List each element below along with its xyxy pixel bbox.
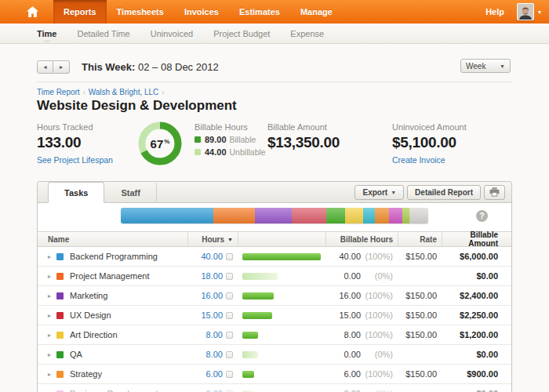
hours-link[interactable]: 40.00 — [201, 252, 223, 261]
timesheet-detail-icon[interactable] — [226, 312, 233, 319]
bar-segment — [375, 208, 389, 223]
panel-actions: Export ▼ Detailed Report — [351, 185, 505, 200]
task-name-label: Marketing — [70, 291, 107, 300]
hours-bar — [242, 371, 254, 378]
main-nav: Reports Timesheets Invoices Estimates Ma… — [53, 0, 343, 24]
subnav-item[interactable]: Uninvoiced — [151, 29, 193, 38]
app-window: Reports Timesheets Invoices Estimates Ma… — [0, 0, 549, 392]
task-table-body: ▸ Backend Programming 40.00 — [38, 247, 511, 392]
hours-link[interactable]: 8.00 — [206, 330, 223, 339]
legend-unbillable: 44.00 Unbillable — [195, 147, 267, 157]
timesheet-detail-icon[interactable] — [226, 292, 233, 299]
donut-percent-label: 67% — [137, 121, 183, 166]
nav-item[interactable]: Manage — [290, 0, 343, 24]
task-color-swatch — [56, 273, 64, 280]
next-week-button[interactable]: ▸ — [53, 60, 70, 74]
timeframe-select[interactable]: Week ▼ — [460, 59, 511, 73]
subnav-item[interactable]: Detailed Time — [77, 29, 129, 38]
nav-item[interactable]: Timesheets — [107, 0, 174, 24]
nav-item[interactable]: Reports — [53, 0, 107, 24]
hours-link[interactable]: 18.00 — [201, 271, 223, 281]
nav-item[interactable]: Invoices — [174, 0, 229, 24]
hours-link[interactable]: 8.00 — [206, 350, 223, 359]
billable-percent: (100%) — [365, 330, 393, 339]
hours-bar — [242, 292, 274, 299]
content-area: ◂ ▸ This Week: 02 – 08 Dec 2012 Week ▼ T… — [0, 59, 549, 392]
hours-link[interactable]: 15.00 — [201, 310, 223, 320]
account-menu-caret-icon[interactable]: ▾ — [538, 9, 541, 16]
rate-value: $150.00 — [398, 310, 442, 320]
task-color-swatch — [56, 292, 64, 299]
timesheet-detail-icon[interactable] — [226, 332, 233, 339]
expand-arrow-icon[interactable]: ▸ — [48, 371, 51, 378]
table-row: ▸ Backend Programming 40.00 — [38, 247, 511, 267]
detailed-report-button[interactable]: Detailed Report — [407, 185, 481, 200]
timesheet-detail-icon[interactable] — [226, 253, 233, 260]
help-link[interactable]: Help — [485, 7, 504, 16]
expand-arrow-icon[interactable]: ▸ — [48, 253, 51, 260]
task-name-label: QA — [70, 350, 82, 359]
timesheet-detail-icon[interactable] — [226, 371, 233, 378]
table-row: ▸ Business Development 6.00 — [38, 384, 511, 392]
see-project-lifespan-link[interactable]: See Project Lifespan — [37, 155, 113, 165]
bar-segment — [213, 208, 255, 223]
hours-bar — [242, 351, 258, 358]
subnav-item[interactable]: Expense — [290, 29, 324, 38]
expand-arrow-icon[interactable]: ▸ — [48, 273, 51, 280]
billable-percent: (100%) — [365, 369, 393, 379]
previous-week-button[interactable]: ◂ — [37, 60, 53, 74]
billable-hours-value: 0.00 — [344, 350, 361, 359]
subnav-item[interactable]: Project Budget — [213, 29, 270, 38]
hours-link[interactable]: 16.00 — [201, 291, 223, 300]
expand-arrow-icon[interactable]: ▸ — [48, 292, 51, 299]
bar-segment — [402, 208, 409, 223]
billable-hours-value: 16.00 — [339, 291, 361, 300]
bar-segment — [409, 208, 428, 223]
billable-hours-value: 6.00 — [344, 369, 361, 379]
hours-link[interactable]: 6.00 — [206, 369, 223, 379]
task-name-label: Strategy — [70, 369, 102, 379]
sort-desc-icon: ▼ — [227, 237, 233, 242]
expand-arrow-icon[interactable]: ▸ — [48, 351, 51, 358]
breadcrumb-time-report[interactable]: Time Report — [37, 88, 80, 96]
create-invoice-link[interactable]: Create Invoice — [392, 155, 445, 165]
week-arrows: ◂ ▸ — [37, 60, 70, 74]
billable-amount-value: $2,400.00 — [442, 291, 503, 300]
export-button[interactable]: Export ▼ — [354, 185, 404, 200]
nav-item[interactable]: Estimates — [229, 0, 290, 24]
billable-amount-value: $1,200.00 — [442, 330, 503, 339]
nav-right: Help ▾ — [485, 0, 541, 24]
expand-arrow-icon[interactable]: ▸ — [48, 312, 51, 319]
billable-amount-value: $0.00 — [442, 271, 503, 281]
report-subnav: Time Detailed Time Uninvoiced Project Bu… — [0, 24, 549, 44]
table-row: ▸ Marketing 16.00 — [38, 286, 511, 306]
billable-amount-value: $6,000.00 — [442, 252, 503, 261]
expand-arrow-icon[interactable]: ▸ — [48, 332, 51, 339]
timesheet-detail-icon[interactable] — [226, 273, 233, 280]
bar-segment — [255, 208, 292, 223]
subnav-item[interactable]: Time — [37, 29, 56, 38]
breadcrumb: Time Report›Walsh & Bright, LLC› — [37, 88, 512, 96]
task-color-swatch — [56, 253, 64, 260]
bar-segment — [345, 208, 364, 223]
task-color-swatch — [56, 312, 64, 319]
avatar[interactable] — [517, 3, 534, 20]
hours-bar — [242, 273, 278, 280]
column-hours-sort[interactable]: Hours▼ — [187, 232, 238, 246]
home-icon[interactable] — [27, 0, 42, 24]
hours-link[interactable]: 6.00 — [206, 389, 223, 392]
timesheet-detail-icon[interactable] — [226, 351, 233, 358]
breadcrumb-client[interactable]: Walsh & Bright, LLC — [89, 88, 159, 96]
column-name: Name — [43, 232, 187, 246]
panel-tab[interactable]: Tasks — [48, 182, 104, 203]
column-rate: Rate — [398, 232, 442, 246]
print-button[interactable] — [484, 185, 505, 200]
legend-billable: 89.00 Billable — [195, 135, 267, 144]
top-nav: Reports Timesheets Invoices Estimates Ma… — [0, 0, 549, 24]
stat-billable-hours: Billable Hours 89.00 Billable 44.00 Unbi… — [195, 122, 267, 169]
billable-percent: (0%) — [365, 271, 393, 281]
bar-segment — [389, 208, 403, 223]
chart-help-icon[interactable]: ? — [476, 210, 488, 222]
panel-tab[interactable]: Staff — [104, 182, 156, 203]
billable-percent: (0%) — [365, 350, 393, 359]
